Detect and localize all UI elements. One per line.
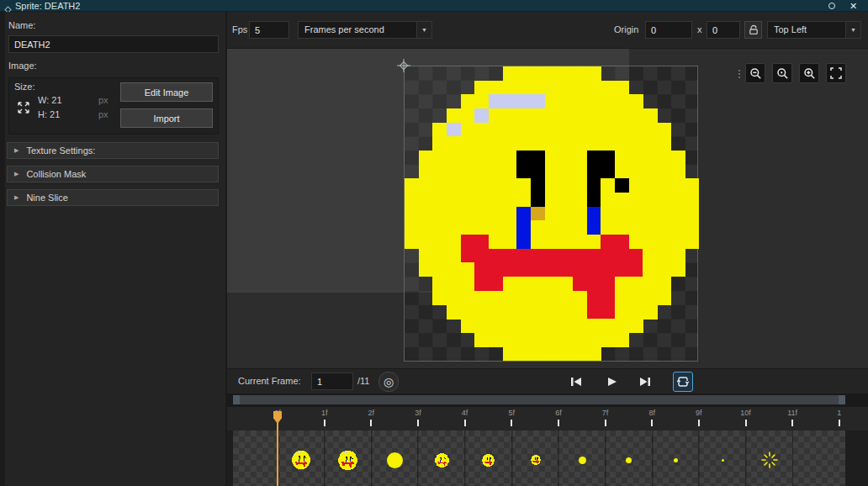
ruler-tick bbox=[558, 420, 559, 426]
close-icon[interactable]: ✕ bbox=[849, 0, 857, 12]
float-window-icon[interactable] bbox=[828, 3, 835, 9]
left-panel: Name: Image: Size: W: 21 px H: 21 px Edi… bbox=[5, 12, 225, 486]
ruler-tick bbox=[651, 420, 653, 426]
ruler-tick bbox=[839, 420, 840, 426]
skip-to-start-button[interactable] bbox=[569, 375, 584, 388]
origin-label: Origin bbox=[614, 24, 638, 34]
ruler-frame-label: 7f bbox=[602, 409, 609, 417]
frame-cell-9[interactable] bbox=[699, 431, 746, 486]
fps-mode-dropdown[interactable]: Frames per second ▼ bbox=[298, 21, 432, 39]
canvas-area bbox=[227, 49, 868, 368]
height-value: H: 21 bbox=[38, 109, 60, 119]
playback-bar: Current Frame: /11 ◎ bbox=[227, 368, 868, 394]
zoom-reset-button[interactable] bbox=[772, 63, 792, 83]
frame-cell-0[interactable] bbox=[278, 431, 326, 486]
origin-preset-dropdown[interactable]: Top Left ▼ bbox=[767, 21, 861, 39]
fps-input[interactable] bbox=[249, 21, 289, 39]
onion-skin-button[interactable]: ◎ bbox=[378, 372, 399, 392]
zoom-reset-icon bbox=[776, 67, 789, 80]
frame-cell-2[interactable] bbox=[372, 431, 419, 486]
ruler-tick bbox=[324, 420, 326, 426]
section-label: Texture Settings: bbox=[26, 145, 95, 156]
scrollbar-right-handle[interactable] bbox=[839, 395, 845, 404]
ruler-tick bbox=[745, 420, 747, 426]
resize-icon bbox=[16, 100, 31, 119]
chevron-down-icon: ▼ bbox=[845, 22, 860, 38]
onion-skin-icon: ◎ bbox=[384, 375, 394, 388]
ruler-frame-label: 2f bbox=[368, 409, 375, 417]
ruler-tick bbox=[370, 420, 372, 426]
frame-cell-5[interactable] bbox=[512, 431, 559, 486]
sprite-pixel-art bbox=[405, 66, 699, 364]
origin-x-input[interactable] bbox=[645, 21, 692, 39]
scrollbar-left-handle[interactable] bbox=[233, 395, 240, 404]
window-title: Sprite: DEATH2 bbox=[15, 0, 80, 12]
ruler-frame-label: 1f bbox=[321, 409, 328, 417]
play-icon bbox=[606, 377, 617, 387]
name-input[interactable] bbox=[8, 35, 219, 53]
ruler-frame-label: 10f bbox=[740, 409, 751, 417]
frame-cell-4[interactable] bbox=[465, 431, 512, 486]
origin-lock-button[interactable] bbox=[744, 21, 762, 39]
frame-cell-10[interactable] bbox=[746, 431, 793, 486]
ruler-frame-label: 1 bbox=[837, 409, 841, 417]
zoom-toolbar-grip[interactable] bbox=[738, 69, 741, 79]
zoom-in-icon bbox=[803, 67, 816, 80]
fps-label: Fps bbox=[232, 24, 247, 34]
ruler-frame-label: 3f bbox=[415, 409, 421, 417]
origin-crosshair-icon[interactable] bbox=[397, 59, 410, 72]
current-frame-label: Current Frame: bbox=[238, 376, 301, 386]
frame-cell-1[interactable] bbox=[325, 431, 372, 486]
zoom-out-icon bbox=[749, 67, 762, 80]
origin-y-input[interactable] bbox=[707, 21, 740, 39]
frame-total-label: /11 bbox=[357, 376, 369, 386]
zoom-in-button[interactable] bbox=[799, 63, 819, 83]
fit-screen-icon bbox=[830, 67, 842, 79]
ruler-frame-label: 9f bbox=[696, 409, 702, 417]
origin-multiplier-label: x bbox=[697, 24, 702, 34]
section-label: Collision Mask bbox=[26, 169, 86, 179]
skip-start-icon bbox=[570, 377, 582, 387]
frame-cells bbox=[233, 431, 845, 486]
texture-settings-section[interactable]: ▶ Texture Settings: bbox=[7, 142, 219, 159]
frame-cell-7[interactable] bbox=[606, 431, 653, 486]
timeline-scrollbar-thumb[interactable] bbox=[233, 395, 845, 404]
chevron-down-icon: ▼ bbox=[416, 22, 431, 38]
ruler-frame-label: 6f bbox=[555, 409, 562, 417]
play-button[interactable] bbox=[604, 375, 619, 388]
chevron-right-icon: ▶ bbox=[14, 194, 19, 201]
section-label: Nine Slice bbox=[26, 193, 68, 203]
nine-slice-section[interactable]: ▶ Nine Slice bbox=[7, 189, 219, 206]
size-group: Size: W: 21 px H: 21 px Edit Image Impor… bbox=[8, 77, 219, 135]
edit-image-button[interactable]: Edit Image bbox=[120, 82, 213, 102]
titlebar: Sprite: DEATH2 ✕ bbox=[0, 0, 868, 12]
timeline-ruler[interactable]: 0f1f2f3f4f5f6f7f8f9f10f11f1 bbox=[227, 407, 868, 431]
width-unit: px bbox=[98, 95, 108, 105]
name-label: Name: bbox=[8, 20, 35, 30]
loop-toggle-button[interactable] bbox=[673, 372, 693, 392]
ruler-tick bbox=[511, 420, 512, 426]
ruler-frame-label: 5f bbox=[508, 409, 515, 417]
skip-to-end-button[interactable] bbox=[638, 375, 653, 388]
image-label: Image: bbox=[8, 61, 37, 71]
collision-mask-section[interactable]: ▶ Collision Mask bbox=[7, 166, 219, 182]
ruler-frame-label: 4f bbox=[462, 409, 468, 417]
loop-icon bbox=[676, 376, 690, 388]
current-frame-input[interactable] bbox=[311, 372, 353, 390]
ruler-frame-label: 8f bbox=[648, 409, 655, 417]
frame-cell-3[interactable] bbox=[418, 431, 465, 486]
frame-cell-6[interactable] bbox=[558, 431, 606, 486]
chevron-right-icon: ▶ bbox=[14, 147, 19, 154]
sprite-canvas[interactable] bbox=[404, 66, 698, 362]
ruler-tick bbox=[464, 420, 466, 426]
frame-cell-8[interactable] bbox=[653, 431, 700, 486]
chevron-right-icon: ▶ bbox=[14, 171, 19, 177]
lock-icon bbox=[749, 24, 759, 35]
ruler-tick bbox=[698, 420, 700, 426]
height-unit: px bbox=[98, 109, 108, 119]
import-button[interactable]: Import bbox=[120, 108, 213, 128]
zoom-fit-button[interactable] bbox=[826, 63, 846, 83]
size-label: Size: bbox=[14, 82, 34, 92]
zoom-out-button[interactable] bbox=[745, 63, 765, 83]
skip-end-icon bbox=[639, 377, 651, 387]
